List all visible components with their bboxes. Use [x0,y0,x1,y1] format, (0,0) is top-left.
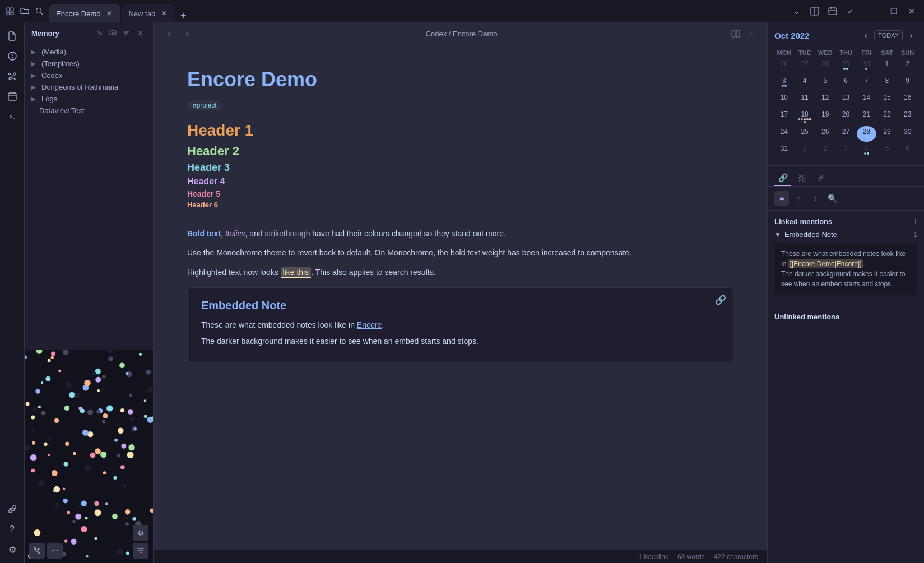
calendar-day[interactable]: 6 [836,75,856,91]
rpanel-sort-asc[interactable]: ↑ [791,191,806,206]
calendar-day[interactable]: 4 [857,143,876,159]
rpanel-list-view[interactable]: ≡ [774,191,789,206]
tab-new[interactable]: New tab ✕ [122,4,175,22]
calendar-day[interactable]: 29 [836,58,856,74]
sidebar-item-templates[interactable]: ▶ (Templates) [25,58,153,69]
embed-link[interactable]: Encore [357,320,382,329]
back-button[interactable]: ‹ [162,27,176,40]
calendar-day[interactable]: 26 [815,126,835,142]
calendar-day[interactable]: 26 [774,58,794,74]
calendar-day[interactable]: 6 [898,143,917,159]
sidebar-item-dungeons[interactable]: ▶ Dungeons of Rathmana [25,81,153,93]
calendar-day[interactable]: 13 [836,92,856,108]
new-note-icon[interactable]: ✎ [94,27,106,39]
calendar-day[interactable]: 1 [795,143,815,159]
sidebar-item-dataview[interactable]: Dataview Test [25,105,153,117]
reading-view-button[interactable] [729,27,742,40]
iconbar-calendar[interactable] [3,87,21,105]
calendar-day[interactable]: 5 [877,143,897,159]
calendar-day[interactable]: 30 [898,126,917,142]
heading-6: Header 6 [187,201,733,209]
calendar-day[interactable]: 2 [815,143,835,159]
search-icon[interactable] [34,6,45,17]
graph-filter-icon[interactable] [133,543,148,559]
calendar-day[interactable]: 2 [898,58,917,74]
embed-link-icon[interactable]: 🔗 [715,295,726,305]
rpanel-tab-tags[interactable]: # [812,170,829,186]
check-button[interactable]: ✓ [843,3,858,19]
calendar-day[interactable]: 12 [815,92,835,108]
tab-close-new[interactable]: ✕ [160,9,169,18]
iconbar-explorer[interactable] [3,47,21,65]
tab-list-button[interactable]: ⌄ [789,3,805,19]
rpanel-search[interactable]: 🔍 [825,191,839,206]
svg-point-14 [12,58,12,58]
calendar-day[interactable]: 29 [877,126,897,142]
iconbar-files[interactable] [3,27,21,45]
calendar-day[interactable]: 5 [815,75,835,91]
tab-close-encore[interactable]: ✕ [105,9,114,18]
calendar-day[interactable]: 9 [898,75,917,91]
calendar-day[interactable]: 25 [795,126,815,142]
close-button[interactable]: ✕ [904,3,920,19]
calendar-day[interactable]: 28 [815,58,835,74]
calendar-day[interactable]: 10 [774,92,794,108]
calendar-day[interactable]: 7 [857,75,876,91]
graph-settings-icon[interactable]: ⚙ [133,525,148,541]
svg-point-16 [13,73,16,75]
rpanel-sort-desc[interactable]: ↕ [808,191,823,206]
calendar-day[interactable]: 3 [836,143,856,159]
calendar-day[interactable]: 18 [795,109,815,125]
calendar-day[interactable]: 1 [877,58,897,74]
tab-encore-demo[interactable]: Encore Demo ✕ [49,4,120,22]
calendar-next[interactable]: › [905,29,917,41]
rpanel-tab-links[interactable]: 🔗 [774,170,791,186]
calendar-day[interactable]: 14 [857,92,876,108]
calendar-day[interactable]: 15 [877,92,897,108]
graph-icon-1[interactable] [29,543,45,559]
calendar-day[interactable]: 28 [857,126,876,142]
calendar-day[interactable]: 17 [774,109,794,125]
files-icon[interactable] [4,6,16,17]
rpanel-tab-backlinks[interactable]: ⛓ [793,170,810,186]
new-folder-icon[interactable] [107,27,119,39]
calendar-day[interactable]: 27 [795,58,815,74]
calendar-day[interactable]: 31 [774,143,794,159]
sidebar-item-logs[interactable]: ▶ Logs [25,93,153,105]
calendar-day[interactable]: 21 [857,109,876,125]
embedded-note-toggle[interactable]: ▼ Embedded Note 1 [774,230,917,239]
maximize-button[interactable]: ❐ [886,3,902,19]
calendar-button[interactable] [825,3,841,19]
graph-icon-2[interactable]: ⋯ [47,543,63,559]
sidebar-item-codex[interactable]: ▶ Codex [25,69,153,81]
more-options-button[interactable]: ⋯ [745,27,758,40]
calendar-day[interactable]: 4 [795,75,815,91]
calendar-day[interactable]: 20 [836,109,856,125]
calendar-day[interactable]: 24 [774,126,794,142]
today-button[interactable]: TODAY [874,30,903,40]
tag-project[interactable]: #project [187,100,222,110]
close-sidebar-icon[interactable]: ✕ [134,27,146,39]
folder-icon[interactable] [19,6,30,17]
calendar-day[interactable]: 27 [836,126,856,142]
calendar-day[interactable]: 3 [774,75,794,91]
minimize-button[interactable]: – [868,3,884,19]
new-tab-button[interactable]: + [177,9,190,22]
calendar-day[interactable]: 22 [877,109,897,125]
layout-button[interactable] [807,3,823,19]
calendar-day[interactable]: 11 [795,92,815,108]
iconbar-plugins[interactable] [3,500,21,518]
calendar-day[interactable]: 8 [877,75,897,91]
calendar-day[interactable]: 16 [898,92,917,108]
sidebar-item-media[interactable]: ▶ (Media) [25,46,153,58]
calendar-prev[interactable]: ‹ [860,29,872,41]
iconbar-terminal[interactable] [3,108,21,125]
calendar-day[interactable]: 23 [898,109,917,125]
forward-button[interactable]: › [180,27,194,40]
iconbar-help[interactable]: ? [3,520,21,538]
calendar-day[interactable]: 19 [815,109,835,125]
sort-icon[interactable] [120,27,133,39]
calendar-day[interactable]: 30 [857,58,876,74]
iconbar-settings[interactable]: ⚙ [3,541,21,559]
iconbar-graph[interactable] [3,67,21,85]
